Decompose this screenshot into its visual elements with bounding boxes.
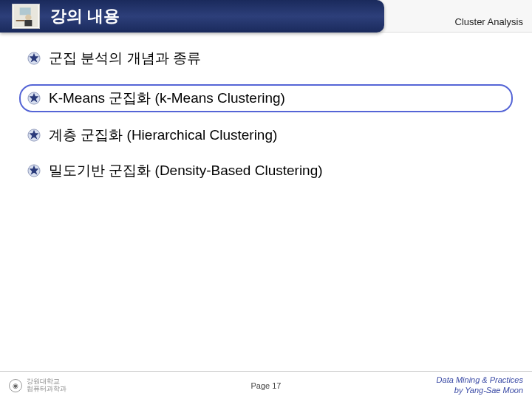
bullet-icon xyxy=(27,51,41,66)
svg-rect-3 xyxy=(24,20,32,26)
list-item: 계층 군집화 (Hierarchical Clustering) xyxy=(27,126,505,145)
university-logo-icon: ◉ xyxy=(9,379,22,392)
bullet-icon xyxy=(27,163,41,178)
svg-point-2 xyxy=(25,15,31,21)
slide-header: 강의 내용 Cluster Analysis xyxy=(0,0,532,33)
university-label: 강원대학교 컴퓨터과학과 xyxy=(27,378,66,393)
footer-left: ◉ 강원대학교 컴퓨터과학과 xyxy=(9,378,66,393)
bullet-icon xyxy=(27,128,41,143)
svg-rect-1 xyxy=(20,7,31,15)
slide-content: 군집 분석의 개념과 종류 K-Means 군집화 (k-Means Clust… xyxy=(0,33,532,180)
slide-footer: ◉ 강원대학교 컴퓨터과학과 Page 17 Data Mining & Pra… xyxy=(0,371,532,399)
bullet-text: 밀도기반 군집화 (Density-Based Clustering) xyxy=(49,161,323,180)
page-number: Page 17 xyxy=(251,381,282,390)
credits-line2: by Yang-Sae Moon xyxy=(437,386,523,395)
univ-line2: 컴퓨터과학과 xyxy=(27,386,66,393)
bullet-text: K-Means 군집화 (k-Means Clustering) xyxy=(49,89,285,108)
title-bar: 강의 내용 xyxy=(0,0,384,33)
svg-rect-4 xyxy=(16,20,25,21)
footer-credits: Data Mining & Practices by Yang-Sae Moon xyxy=(437,375,523,395)
bullet-text: 군집 분석의 개념과 종류 xyxy=(49,49,201,68)
bullet-text: 계층 군집화 (Hierarchical Clustering) xyxy=(49,126,277,145)
bullet-icon xyxy=(27,91,41,106)
list-item: 밀도기반 군집화 (Density-Based Clustering) xyxy=(27,161,505,180)
highlighted-list-item: K-Means 군집화 (k-Means Clustering) xyxy=(19,84,513,112)
slide-subtitle: Cluster Analysis xyxy=(455,16,523,27)
list-item: 군집 분석의 개념과 종류 xyxy=(27,49,505,68)
slide-title: 강의 내용 xyxy=(50,5,120,27)
lecturer-avatar-icon xyxy=(12,4,40,29)
credits-line1: Data Mining & Practices xyxy=(437,375,523,385)
